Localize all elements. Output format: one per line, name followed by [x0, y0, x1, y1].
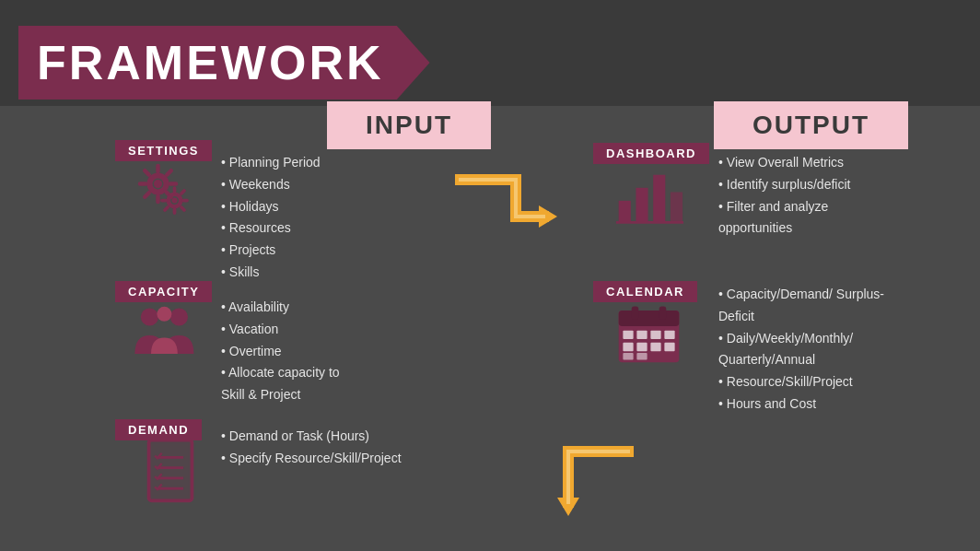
settings-icon [129, 155, 203, 229]
capacity-icon [129, 295, 203, 369]
list-item: Weekends [221, 174, 321, 196]
capacity-list: Availability Vacation Overtime Allocate … [221, 297, 340, 406]
list-item: Resource/Skill/Project [718, 371, 884, 393]
svg-rect-30 [623, 353, 633, 360]
svg-point-2 [154, 180, 162, 188]
svg-rect-31 [636, 353, 647, 360]
list-item: Vacation [221, 319, 340, 341]
input-label: INPUT [327, 101, 491, 149]
dashboard-list: View Overall Metrics Identify surplus/de… [718, 152, 850, 240]
svg-rect-15 [653, 174, 665, 222]
page-title: FRAMEWORK [18, 26, 430, 100]
svg-rect-27 [636, 342, 647, 350]
svg-rect-13 [618, 200, 630, 221]
list-item: Hours and Cost [718, 393, 884, 416]
list-item: Capacity/Demand/ Surplus-Deficit [718, 284, 884, 328]
list-item: Demand or Task (Hours) [221, 426, 402, 448]
svg-rect-8 [149, 440, 192, 500]
svg-rect-22 [623, 330, 633, 338]
settings-list: Planning Period Weekends Holidays Resour… [221, 152, 321, 284]
list-item: Allocate capacity toSkill & Project [221, 362, 340, 406]
list-item: Skills [221, 262, 321, 284]
list-item: Projects [221, 240, 321, 262]
svg-rect-29 [664, 342, 674, 350]
svg-rect-21 [659, 306, 666, 319]
list-item: Availability [221, 297, 340, 319]
svg-rect-24 [650, 330, 660, 338]
demand-list: Demand or Task (Hours) Specify Resource/… [221, 426, 402, 470]
list-item: Identify surplus/deficit [718, 174, 850, 196]
title-section: FRAMEWORK [18, 26, 430, 100]
svg-rect-20 [631, 306, 638, 319]
calendar-icon [612, 295, 685, 369]
svg-rect-14 [636, 187, 648, 222]
list-item: Specify Resource/Skill/Project [221, 448, 402, 470]
dashboard-icon [612, 155, 685, 229]
list-item: Resources [221, 217, 321, 240]
svg-rect-26 [623, 342, 633, 350]
svg-point-5 [170, 308, 188, 325]
list-item: View Overall Metrics [718, 152, 850, 174]
list-item: Planning Period [221, 152, 321, 174]
down-arrow [541, 442, 642, 543]
svg-point-3 [171, 197, 177, 203]
list-item: Filter and analyzeopportunities [718, 196, 850, 240]
list-item: Holidays [221, 196, 321, 218]
list-item: Overtime [221, 341, 340, 363]
output-label: OUTPUT [714, 101, 908, 149]
calendar-list: Capacity/Demand/ Surplus-Deficit Daily/W… [718, 284, 884, 416]
svg-rect-16 [670, 192, 682, 222]
svg-point-4 [141, 308, 158, 325]
right-arrow [451, 170, 557, 271]
svg-point-6 [157, 307, 171, 322]
demand-icon [138, 433, 203, 507]
svg-rect-19 [618, 311, 679, 326]
svg-rect-25 [664, 330, 674, 338]
svg-rect-23 [636, 330, 647, 338]
svg-rect-28 [650, 342, 660, 350]
list-item: Daily/Weekly/Monthly/Quarterly/Annual [718, 328, 884, 372]
